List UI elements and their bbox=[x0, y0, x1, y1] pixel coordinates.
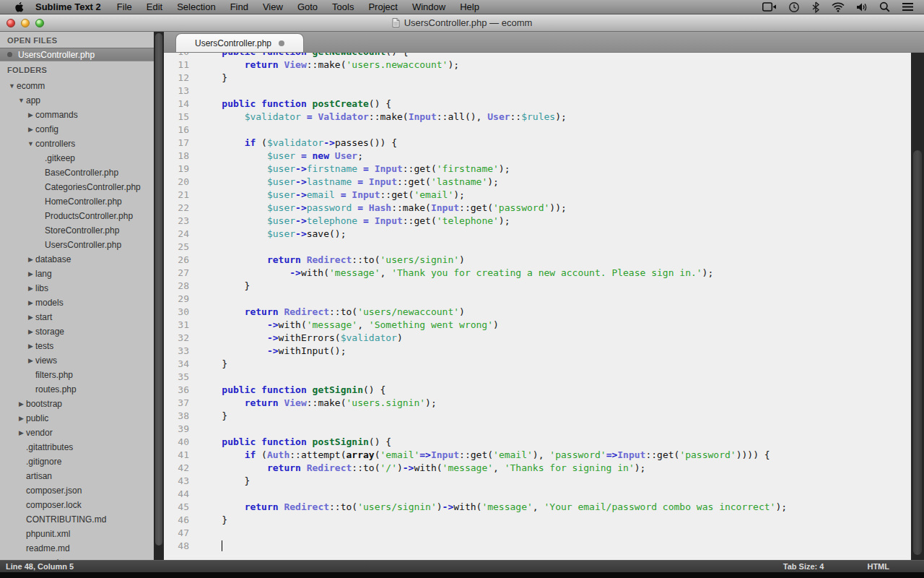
tree-folder-app[interactable]: ▼app bbox=[0, 93, 154, 108]
menu-item-tools[interactable]: Tools bbox=[332, 1, 354, 12]
code-line-30[interactable]: 30 return Redirect::to('users/newaccount… bbox=[164, 306, 924, 319]
menu-item-view[interactable]: View bbox=[263, 1, 283, 12]
line-content[interactable]: } bbox=[199, 410, 924, 423]
tree-file--gitattributes[interactable]: .gitattributes bbox=[0, 440, 154, 454]
code-line-24[interactable]: 24 $user->save(); bbox=[164, 228, 924, 241]
tab-userscontroller-php[interactable]: UsersController.php bbox=[175, 33, 304, 52]
menu-item-goto[interactable]: Goto bbox=[297, 1, 318, 12]
line-content[interactable]: } bbox=[199, 72, 924, 85]
tree-folder-views[interactable]: ▶views bbox=[0, 353, 154, 368]
code-line-34[interactable]: 34 } bbox=[164, 358, 924, 371]
tree-file-filters-php[interactable]: filters.php bbox=[0, 368, 154, 382]
line-content[interactable]: return View::make('users.signin'); bbox=[199, 397, 924, 410]
line-content[interactable] bbox=[199, 488, 924, 501]
line-content[interactable]: $user->email = Input::get('email'); bbox=[199, 189, 924, 202]
line-content[interactable] bbox=[199, 85, 924, 98]
code-line-12[interactable]: 12 } bbox=[164, 72, 924, 85]
code-line-26[interactable]: 26 return Redirect::to('users/signin') bbox=[164, 254, 924, 267]
line-content[interactable]: $user->save(); bbox=[199, 228, 924, 241]
line-content[interactable] bbox=[199, 293, 924, 306]
line-content[interactable]: public function postSignin() { bbox=[199, 436, 924, 449]
code-line-19[interactable]: 19 $user->firstname = Input::get('firstn… bbox=[164, 163, 924, 176]
chevron-down-icon[interactable]: ▼ bbox=[26, 140, 35, 147]
tree-folder-controllers[interactable]: ▼controllers bbox=[0, 137, 154, 151]
tree-folder-start[interactable]: ▶start bbox=[0, 310, 154, 324]
notification-center-icon[interactable] bbox=[902, 2, 914, 12]
line-content[interactable]: return Redirect::to('users/newaccount') bbox=[199, 306, 924, 319]
editor-scrollbar[interactable] bbox=[911, 53, 924, 560]
tree-folder-commands[interactable]: ▶commands bbox=[0, 108, 154, 122]
sidebar-scrollbar-thumb[interactable] bbox=[155, 33, 162, 545]
tree-folder-config[interactable]: ▶config bbox=[0, 122, 154, 137]
chevron-right-icon[interactable]: ▶ bbox=[17, 400, 26, 407]
line-content[interactable]: $user = new User; bbox=[199, 150, 924, 163]
line-content[interactable]: ->with('message', 'Thank you for creatin… bbox=[199, 267, 924, 280]
tree-file-routes-php[interactable]: routes.php bbox=[0, 382, 154, 397]
zoom-window-button[interactable] bbox=[35, 19, 44, 27]
code-line-13[interactable]: 13 bbox=[164, 85, 924, 98]
line-content[interactable] bbox=[199, 371, 924, 384]
code-line-38[interactable]: 38 } bbox=[164, 410, 924, 423]
line-content[interactable]: return Redirect::to('users/signin')->wit… bbox=[199, 501, 924, 514]
tree-folder-ecomm[interactable]: ▼ecomm bbox=[0, 79, 154, 93]
tree-file-contributing-md[interactable]: CONTRIBUTING.md bbox=[0, 512, 154, 527]
tree-file-composer-json[interactable]: composer.json bbox=[0, 483, 154, 498]
code-line-15[interactable]: 15 $validator = Validator::make(Input::a… bbox=[164, 111, 924, 124]
code-line-35[interactable]: 35 bbox=[164, 371, 924, 384]
code-line-33[interactable]: 33 ->withInput(); bbox=[164, 345, 924, 358]
code-line-28[interactable]: 28 } bbox=[164, 280, 924, 293]
code-line-44[interactable]: 44 bbox=[164, 488, 924, 501]
tree-file--gitkeep[interactable]: .gitkeep bbox=[0, 151, 154, 165]
tab-size-selector[interactable]: Tab Size: 4 bbox=[783, 562, 824, 571]
code-line-36[interactable]: 36 public function getSignin() { bbox=[164, 384, 924, 397]
code-line-20[interactable]: 20 $user->lastname = Input::get('lastnam… bbox=[164, 176, 924, 189]
bluetooth-icon[interactable] bbox=[811, 1, 820, 13]
open-file-item[interactable]: UsersController.php bbox=[0, 48, 154, 61]
line-content[interactable]: return View::make('users.newaccount'); bbox=[199, 59, 924, 72]
line-content[interactable] bbox=[199, 423, 924, 436]
code-line-41[interactable]: 41 if (Auth::attempt(array('email'=>Inpu… bbox=[164, 449, 924, 462]
tree-file-phpunit-xml[interactable]: phpunit.xml bbox=[0, 527, 154, 541]
chevron-right-icon[interactable]: ▶ bbox=[17, 415, 26, 422]
line-content[interactable]: return Redirect::to('/')->with('message'… bbox=[199, 462, 924, 475]
code-line-42[interactable]: 42 return Redirect::to('/')->with('messa… bbox=[164, 462, 924, 475]
code-line-11[interactable]: 11 return View::make('users.newaccount')… bbox=[164, 59, 924, 72]
menu-item-file[interactable]: File bbox=[117, 1, 132, 12]
chevron-right-icon[interactable]: ▶ bbox=[17, 429, 26, 436]
tree-file-server-php[interactable]: server.php bbox=[0, 556, 154, 560]
code-line-22[interactable]: 22 $user->password = Hash::make(Input::g… bbox=[164, 202, 924, 215]
line-content[interactable]: if ($validator->passes()) { bbox=[199, 137, 924, 150]
tree-folder-bootstrap[interactable]: ▶bootstrap bbox=[0, 397, 154, 411]
line-content[interactable]: $user->firstname = Input::get('firstname… bbox=[199, 163, 924, 176]
line-content[interactable]: $user->lastname = Input::get('lastname')… bbox=[199, 176, 924, 189]
line-content[interactable]: ->withErrors($validator) bbox=[199, 332, 924, 345]
line-content[interactable] bbox=[199, 124, 924, 137]
tree-file--gitignore[interactable]: .gitignore bbox=[0, 454, 154, 469]
line-content[interactable]: if (Auth::attempt(array('email'=>Input::… bbox=[199, 449, 924, 462]
chevron-right-icon[interactable]: ▶ bbox=[26, 270, 35, 277]
code-line-21[interactable]: 21 $user->email = Input::get('email'); bbox=[164, 189, 924, 202]
volume-icon[interactable] bbox=[856, 2, 868, 12]
line-content[interactable] bbox=[199, 540, 924, 553]
menu-app-name[interactable]: Sublime Text 2 bbox=[35, 1, 101, 12]
line-content[interactable]: public function getSignin() { bbox=[199, 384, 924, 397]
tree-file-readme-md[interactable]: readme.md bbox=[0, 541, 154, 556]
menu-item-find[interactable]: Find bbox=[230, 1, 248, 12]
line-content[interactable]: return Redirect::to('users/signin') bbox=[199, 254, 924, 267]
line-content[interactable]: } bbox=[199, 475, 924, 488]
chevron-right-icon[interactable]: ▶ bbox=[26, 357, 35, 364]
code-line-48[interactable]: 48 bbox=[164, 540, 924, 553]
chevron-right-icon[interactable]: ▶ bbox=[26, 328, 35, 335]
line-content[interactable]: } bbox=[199, 514, 924, 527]
tree-file-storecontroller-php[interactable]: StoreController.php bbox=[0, 223, 154, 238]
spotlight-icon[interactable] bbox=[879, 1, 890, 12]
code-line-37[interactable]: 37 return View::make('users.signin'); bbox=[164, 397, 924, 410]
chevron-right-icon[interactable]: ▶ bbox=[26, 111, 35, 118]
code-line-25[interactable]: 25 bbox=[164, 241, 924, 254]
chevron-right-icon[interactable]: ▶ bbox=[26, 342, 35, 350]
tree-file-homecontroller-php[interactable]: HomeController.php bbox=[0, 194, 154, 209]
apple-menu-icon[interactable] bbox=[14, 1, 24, 13]
syntax-selector[interactable]: HTML bbox=[867, 562, 889, 571]
code-line-47[interactable]: 47 bbox=[164, 527, 924, 540]
code-line-40[interactable]: 40 public function postSignin() { bbox=[164, 436, 924, 449]
